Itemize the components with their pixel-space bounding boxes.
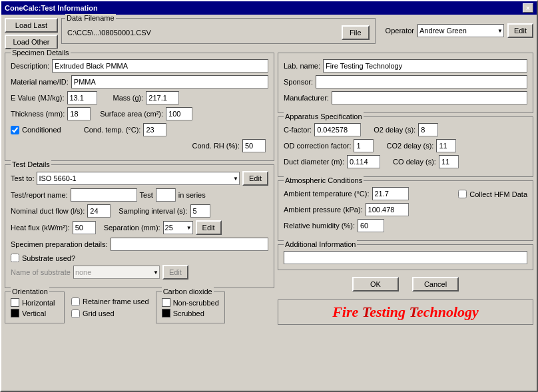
lab-name-input[interactable] bbox=[323, 59, 527, 73]
close-button[interactable]: × bbox=[523, 3, 533, 13]
substrate-label: Substrate used? bbox=[22, 254, 75, 262]
duct-diameter-label: Duct diameter (m): bbox=[284, 158, 344, 166]
co-delay-label: CO delay (s): bbox=[393, 158, 436, 166]
c-factor-input[interactable] bbox=[314, 123, 361, 136]
specimen-prep-input[interactable] bbox=[111, 238, 268, 251]
test-report-input[interactable] bbox=[71, 188, 137, 202]
description-input[interactable] bbox=[52, 59, 268, 73]
non-scrubbed-label: Non-scrubbed bbox=[173, 299, 219, 307]
cond-rh-label: Cond. RH (%): bbox=[192, 142, 240, 150]
cond-rh-input[interactable] bbox=[242, 139, 266, 152]
data-filename-label: Data Filename bbox=[65, 14, 116, 22]
apparatus-group: Apparatus Specification C-factor: O2 del… bbox=[278, 116, 533, 177]
operator-select[interactable]: Andrew Green bbox=[417, 24, 504, 37]
separation-select[interactable]: 25 bbox=[163, 221, 193, 234]
additional-info-group: Additional Information bbox=[278, 244, 533, 270]
grid-label: Grid used bbox=[83, 309, 115, 317]
file-button[interactable]: File bbox=[342, 25, 370, 40]
mass-input[interactable] bbox=[146, 91, 179, 104]
manufacturer-input[interactable] bbox=[332, 91, 527, 104]
load-last-button[interactable]: Load Last bbox=[5, 18, 58, 33]
mass-label: Mass (g): bbox=[113, 94, 144, 102]
test-details-title: Test Details bbox=[11, 160, 51, 168]
sampling-label: Sampling interval (s): bbox=[119, 207, 187, 215]
sponsor-input[interactable] bbox=[316, 75, 527, 89]
surface-area-input[interactable] bbox=[166, 107, 192, 120]
separation-label: Separation (mm): bbox=[104, 224, 160, 232]
operator-label: Operator bbox=[386, 27, 414, 35]
thickness-label: Thickness (mm): bbox=[11, 110, 65, 118]
co2-delay-input[interactable] bbox=[436, 139, 456, 152]
nominal-duct-label: Nominal duct flow (l/s): bbox=[11, 207, 85, 215]
operator-edit-button[interactable]: Edit bbox=[507, 23, 533, 38]
horizontal-label: Horizontal bbox=[22, 299, 55, 307]
duct-diameter-input[interactable] bbox=[347, 155, 380, 168]
test-to-select[interactable]: ISO 5660-1 bbox=[37, 172, 240, 185]
specimen-details-group: Specimen Details Description: Material n… bbox=[5, 53, 274, 161]
substrate-name-label: Name of substrate bbox=[11, 268, 71, 276]
sampling-input[interactable] bbox=[190, 204, 210, 218]
substrate-name-select[interactable]: none bbox=[73, 266, 160, 279]
non-scrubbed-checkbox-display bbox=[162, 298, 170, 307]
grid-checkbox[interactable] bbox=[71, 309, 80, 318]
od-correction-input[interactable] bbox=[354, 139, 374, 152]
material-label: Material name/ID: bbox=[11, 78, 69, 86]
title-bar: ConeCalc:Test Information × bbox=[1, 1, 537, 15]
thickness-input[interactable] bbox=[67, 107, 91, 120]
substrate-checkbox[interactable] bbox=[11, 254, 19, 262]
surface-area-label: Surface area (cm²): bbox=[100, 110, 163, 118]
scrubbed-label: Scrubbed bbox=[173, 309, 204, 317]
o2-delay-label: O2 delay (s): bbox=[374, 126, 415, 134]
o2-delay-input[interactable] bbox=[418, 123, 438, 136]
conditioned-label: Conditioned bbox=[22, 126, 61, 134]
amb-temp-input[interactable] bbox=[372, 187, 409, 200]
brand-box: Fire Testing Technology bbox=[278, 299, 533, 325]
test-details-group: Test Details Test to: ISO 5660-1 Edit Te… bbox=[5, 164, 274, 288]
substrate-edit-button[interactable]: Edit bbox=[162, 265, 188, 280]
test-report-label: Test/report name: bbox=[11, 191, 68, 199]
sponsor-label: Sponsor: bbox=[284, 78, 313, 86]
load-other-button[interactable]: Load Other bbox=[5, 35, 58, 49]
rel-humidity-input[interactable] bbox=[358, 219, 384, 232]
nominal-duct-input[interactable] bbox=[87, 204, 111, 218]
amb-pressure-label: Ambient pressure (kPa): bbox=[284, 206, 363, 214]
e-value-label: E Value (MJ/kg): bbox=[11, 94, 65, 102]
retainer-frame-checkbox[interactable] bbox=[71, 297, 80, 306]
brand-text: Fire Testing Technology bbox=[332, 303, 479, 320]
conditioned-checkbox[interactable] bbox=[11, 126, 19, 134]
specimen-details-title: Specimen Details bbox=[11, 49, 71, 57]
test-edit-button[interactable]: Edit bbox=[242, 171, 268, 186]
additional-info-title: Additional Information bbox=[284, 240, 357, 248]
test-label: Test bbox=[140, 191, 153, 199]
separation-edit-button[interactable]: Edit bbox=[196, 220, 222, 235]
heat-flux-input[interactable] bbox=[73, 221, 96, 234]
manufacturer-label: Manufacturer: bbox=[284, 94, 329, 102]
cond-temp-input[interactable] bbox=[143, 123, 166, 136]
collect-hfm-label: Collect HFM Data bbox=[469, 190, 527, 198]
c-factor-label: C-factor: bbox=[284, 126, 312, 134]
vertical-checkbox-display bbox=[11, 309, 19, 317]
cancel-button[interactable]: Cancel bbox=[412, 277, 459, 292]
e-value-input[interactable] bbox=[67, 91, 97, 104]
retainer-frame-label: Retainer frame used bbox=[83, 297, 149, 305]
co2-delay-label: CO2 delay (s): bbox=[386, 142, 433, 150]
lab-name-label: Lab. name: bbox=[284, 62, 320, 70]
ok-cancel-row: OK Cancel bbox=[278, 274, 533, 295]
description-label: Description: bbox=[11, 62, 49, 70]
test-number-input[interactable] bbox=[156, 188, 176, 202]
apparatus-title: Apparatus Specification bbox=[284, 112, 364, 120]
lab-info-group: Lab. name: Sponsor: Manufacturer: bbox=[278, 53, 533, 113]
horizontal-checkbox-display bbox=[11, 298, 19, 307]
amb-pressure-input[interactable] bbox=[366, 203, 409, 216]
atmospheric-title: Atmospheric Conditions bbox=[284, 176, 364, 184]
additional-info-input[interactable] bbox=[284, 251, 527, 264]
carbon-dioxide-group: Carbon dioxide Non-scrubbed Scrubbed bbox=[156, 292, 225, 323]
collect-hfm-checkbox[interactable] bbox=[458, 190, 467, 198]
material-input[interactable] bbox=[71, 75, 268, 89]
main-window: ConeCalc:Test Information × Load Last Lo… bbox=[0, 0, 538, 392]
co-delay-input[interactable] bbox=[439, 155, 459, 168]
atmospheric-group: Atmospheric Conditions Ambient temperatu… bbox=[278, 180, 533, 241]
ok-button[interactable]: OK bbox=[352, 277, 399, 292]
scrubbed-checkbox-display bbox=[162, 309, 170, 317]
orientation-title: Orientation bbox=[11, 288, 49, 295]
